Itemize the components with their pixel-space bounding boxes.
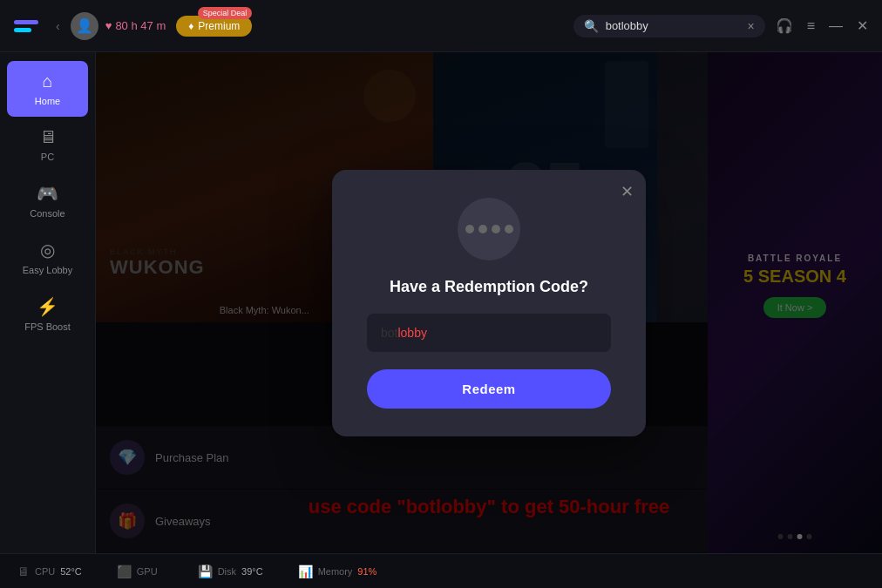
premium-label: Premium	[198, 20, 240, 32]
disk-value: 39°C	[241, 566, 263, 577]
cpu-value: 52°C	[60, 566, 82, 577]
memory-label: Memory	[318, 566, 353, 577]
memory-icon: 📊	[298, 564, 313, 578]
content-area: BLACK MYTH WUKONG Black Myth: Wukon... 2…	[96, 52, 882, 553]
avatar-section: 👤 ♥ 80 h 47 m	[71, 12, 166, 40]
sidebar-item-console-label: Console	[30, 208, 64, 219]
support-icon[interactable]: 🎧	[776, 17, 793, 34]
premium-gem-icon: ♦	[188, 20, 193, 32]
disk-label: Disk	[218, 566, 236, 577]
back-button[interactable]: ‹	[56, 19, 60, 33]
search-clear-button[interactable]: ×	[747, 19, 754, 33]
heart-icon: ♥	[105, 19, 112, 32]
search-icon: 🔍	[584, 19, 599, 33]
sidebar-item-home[interactable]: ⌂ Home	[7, 61, 88, 117]
sidebar-item-pc[interactable]: 🖥 PC	[0, 117, 95, 172]
topbar-icons: 🎧 ≡ — ✕	[776, 17, 868, 34]
sidebar: ⌂ Home 🖥 PC 🎮 Console ◎ Easy Lobby ⚡ FPS…	[0, 52, 96, 553]
home-icon: ⌂	[42, 71, 52, 91]
sidebar-item-easy-lobby-label: Easy Lobby	[23, 265, 72, 275]
modal-icon-circle	[458, 198, 520, 260]
app-logo	[14, 10, 45, 42]
cpu-label: CPU	[35, 566, 55, 577]
console-icon: 🎮	[37, 183, 58, 204]
sidebar-item-pc-label: PC	[41, 152, 54, 162]
menu-icon[interactable]: ≡	[807, 18, 815, 34]
sidebar-item-home-label: Home	[35, 96, 60, 106]
fps-boost-icon: ⚡	[37, 296, 58, 317]
input-text-lobby: lobby	[397, 326, 426, 340]
sidebar-item-console[interactable]: 🎮 Console	[0, 172, 95, 229]
modal-dots	[465, 225, 513, 233]
disk-status: 💾 Disk 39°C	[198, 564, 263, 578]
redeem-button[interactable]: Redeem	[367, 369, 611, 409]
input-text-bot: bot	[381, 326, 397, 340]
memory-status: 📊 Memory 91%	[298, 564, 377, 578]
gpu-label: GPU	[137, 566, 158, 577]
search-value: botlobby	[606, 19, 741, 32]
sidebar-item-fps-boost-label: FPS Boost	[24, 321, 71, 332]
gpu-icon: ⬛	[117, 564, 132, 578]
close-icon[interactable]: ✕	[857, 17, 868, 34]
modal-dot-4	[505, 225, 513, 233]
modal-dot-2	[478, 225, 487, 233]
modal-dot-1	[465, 225, 474, 233]
special-deal-badge: Special Deal	[198, 7, 253, 19]
redemption-code-input[interactable]: botlobby	[367, 314, 611, 352]
topbar: ‹ 👤 ♥ 80 h 47 m Special Deal ♦ Premium 🔍…	[0, 0, 882, 52]
pc-icon: 🖥	[39, 127, 57, 147]
health-display: ♥ 80 h 47 m	[105, 19, 166, 32]
gpu-status: ⬛ GPU	[117, 564, 163, 578]
modal-dot-3	[492, 225, 500, 233]
main-layout: ⌂ Home 🖥 PC 🎮 Console ◎ Easy Lobby ⚡ FPS…	[0, 52, 882, 553]
modal-close-button[interactable]: ✕	[621, 182, 634, 201]
disk-icon: 💾	[198, 564, 213, 578]
minimize-icon[interactable]: —	[829, 18, 843, 34]
sidebar-item-fps-boost[interactable]: ⚡ FPS Boost	[0, 286, 95, 342]
premium-button[interactable]: Special Deal ♦ Premium	[176, 16, 252, 37]
memory-value: 91%	[357, 566, 377, 577]
easy-lobby-icon: ◎	[40, 240, 55, 260]
cpu-icon: 🖥	[17, 564, 30, 578]
search-bar[interactable]: 🔍 botlobby ×	[573, 15, 765, 37]
modal-title: Have a Redemption Code?	[390, 278, 588, 296]
cpu-status: 🖥 CPU 52°C	[17, 564, 82, 578]
avatar: 👤	[71, 12, 98, 40]
health-text: 80 h 47 m	[115, 19, 166, 32]
redemption-modal: ✕ Have a Redemption Code? botlobby Redee…	[332, 170, 646, 436]
sidebar-item-easy-lobby[interactable]: ◎ Easy Lobby	[0, 229, 95, 286]
status-bar: 🖥 CPU 52°C ⬛ GPU 💾 Disk 39°C 📊 Memory 91…	[0, 553, 882, 588]
modal-overlay: ✕ Have a Redemption Code? botlobby Redee…	[96, 52, 882, 553]
